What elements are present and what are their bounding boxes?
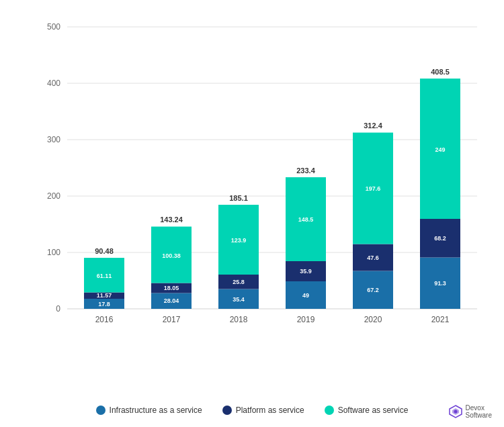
logo-name: Devox (466, 404, 492, 412)
legend-paas: Platform as service (222, 406, 304, 415)
label-2016-saas: 61.11 (97, 273, 112, 279)
xlabel-2017: 2017 (163, 315, 181, 324)
devox-logo-text: Devox Software (466, 404, 492, 419)
chart-legend: Infrastructure as a service Platform as … (0, 406, 504, 415)
legend-dot-iaas (96, 406, 106, 415)
total-2019: 233.4 (296, 167, 315, 175)
logo-subtitle: Software (466, 412, 492, 419)
y-label-100: 100 (47, 248, 60, 257)
total-2021: 408.5 (431, 68, 450, 76)
label-2016-iaas: 17.8 (98, 301, 110, 307)
label-2021-iaas: 91.3 (434, 280, 446, 287)
chart-svg: 0 100 200 300 400 500 17.8 11.57 61.11 9… (40, 13, 484, 336)
legend-label-iaas: Infrastructure as a service (110, 406, 202, 415)
legend-label-paas: Platform as service (236, 406, 304, 415)
label-2018-paas: 25.8 (233, 279, 245, 285)
label-2020-paas: 47.6 (367, 254, 379, 261)
xlabel-2021: 2021 (431, 315, 450, 324)
label-2019-iaas: 49 (302, 292, 309, 299)
y-label-400: 400 (47, 79, 60, 88)
label-2018-iaas: 35.4 (233, 296, 245, 303)
legend-iaas: Infrastructure as a service (96, 406, 202, 415)
label-2017-iaas: 28.04 (164, 297, 179, 304)
y-label-0: 0 (56, 304, 60, 314)
label-2018-saas: 123.9 (231, 237, 247, 244)
label-2020-iaas: 67.2 (367, 287, 379, 293)
chart-area: 0 100 200 300 400 500 17.8 11.57 61.11 9… (40, 13, 484, 336)
label-2021-paas: 68.2 (434, 235, 446, 242)
label-2017-saas: 100.38 (162, 252, 181, 259)
devox-logo: Devox Software (448, 404, 492, 419)
label-2020-saas: 197.6 (366, 185, 381, 192)
total-2016: 90.48 (95, 247, 114, 255)
y-label-500: 500 (47, 22, 60, 32)
xlabel-2019: 2019 (297, 315, 315, 324)
label-2019-paas: 35.9 (300, 268, 312, 275)
label-2021-saas: 249 (435, 146, 445, 153)
chart-container: 0 100 200 300 400 500 17.8 11.57 61.11 9… (0, 0, 504, 427)
xlabel-2020: 2020 (364, 315, 382, 324)
legend-dot-paas (222, 406, 232, 415)
svg-point-8 (454, 410, 457, 414)
legend-dot-saas (325, 406, 334, 415)
label-2017-paas: 18.05 (164, 285, 179, 291)
legend-saas: Software as service (325, 406, 409, 415)
y-label-200: 200 (47, 191, 60, 201)
total-2017: 143.24 (160, 216, 183, 224)
y-label-300: 300 (47, 135, 60, 144)
label-2016-paas: 11.57 (97, 292, 112, 299)
total-2018: 185.1 (229, 194, 248, 202)
legend-label-saas: Software as service (338, 406, 409, 415)
total-2020: 312.4 (364, 122, 382, 130)
label-2019-saas: 148.5 (298, 216, 314, 223)
xlabel-2018: 2018 (230, 315, 248, 324)
devox-logo-icon (448, 404, 463, 419)
xlabel-2016: 2016 (95, 315, 114, 324)
